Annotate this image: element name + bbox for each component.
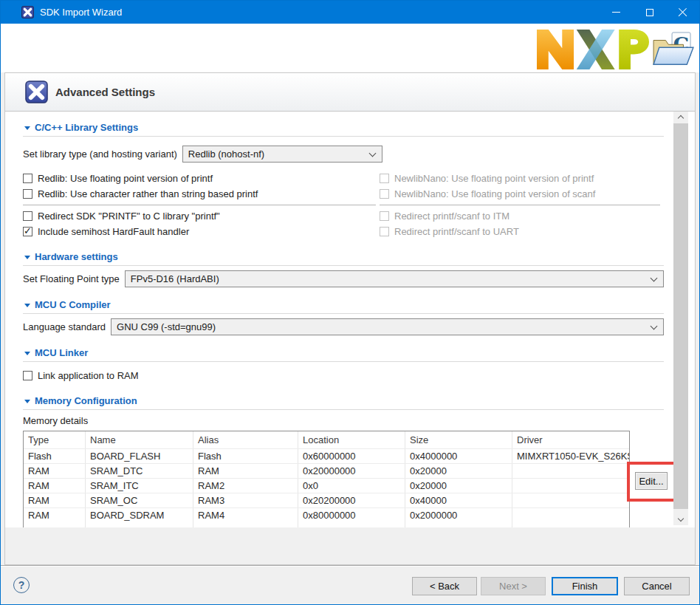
- page-header: Advanced Settings: [5, 73, 695, 112]
- minimize-icon: [612, 12, 620, 13]
- table-row[interactable]: RAM SRAM_ITC RAM2 0x0 0x20000: [24, 479, 629, 493]
- finish-button[interactable]: Finish: [552, 577, 618, 595]
- cell-size: 0x20000: [405, 479, 512, 493]
- cell-alias: RAM3: [193, 493, 298, 507]
- checkbox-label: NewlibNano: Use floating point version o…: [394, 188, 595, 199]
- cell-location: 0x60000000: [298, 449, 405, 463]
- cell-name: SRAM_OC: [86, 493, 193, 507]
- help-button[interactable]: ?: [13, 577, 30, 593]
- checkbox[interactable]: [23, 174, 32, 183]
- checkbox[interactable]: [380, 174, 389, 183]
- scroll-down-button[interactable]: [673, 514, 688, 525]
- column-header[interactable]: Type: [24, 431, 86, 448]
- column-header[interactable]: Location: [298, 431, 405, 448]
- cell-alias: RAM: [193, 464, 298, 478]
- checkbox-row[interactable]: Link application to RAM: [23, 368, 695, 383]
- scroll-up-button[interactable]: [673, 112, 688, 123]
- cell-name: SRAM_ITC: [86, 479, 193, 493]
- chevron-down-icon: [368, 150, 376, 157]
- sdk-import-wizard-window: SDK Import Wizard: [0, 0, 700, 605]
- section-title: Memory Configuration: [35, 395, 137, 406]
- button-bar: ? < Back Next > Finish Cancel: [1, 565, 699, 604]
- library-type-combobox[interactable]: Redlib (nohost-nf): [182, 146, 382, 163]
- checkbox-row[interactable]: NewlibNano: Use floating point version o…: [380, 186, 664, 202]
- table-row[interactable]: RAM BOARD_SDRAM RAM4 0x80000000 0x200000…: [24, 508, 629, 522]
- checkbox[interactable]: [380, 227, 389, 236]
- memory-table-header: Type Name Alias Location Size Driver: [24, 431, 629, 449]
- minimize-button[interactable]: [600, 1, 633, 24]
- checkbox[interactable]: [380, 189, 389, 199]
- checkbox[interactable]: [23, 371, 32, 380]
- settings-content: C/C++ Library Settings Set library type …: [5, 112, 695, 527]
- language-standard-label: Language standard: [23, 321, 106, 332]
- cell-alias: RAM4: [193, 508, 298, 522]
- checkbox-row[interactable]: Redirect printf/scanf to ITM: [380, 208, 664, 224]
- cell-location: 0x0: [298, 479, 405, 493]
- mcuxpresso-icon: [25, 81, 48, 103]
- checkbox[interactable]: [23, 211, 32, 221]
- cell-name: BOARD_FLASH: [86, 449, 193, 463]
- back-button[interactable]: < Back: [412, 577, 477, 595]
- checkbox[interactable]: [380, 211, 389, 221]
- chevron-down-icon: [678, 516, 684, 522]
- memory-table: Type Name Alias Location Size Driver: [23, 431, 630, 527]
- cell-alias: RAM2: [193, 479, 298, 493]
- scrollbar-thumb[interactable]: [673, 123, 688, 509]
- floating-point-combobox[interactable]: FPv5-D16 (HardABI): [125, 270, 664, 287]
- chevron-down-icon: [651, 275, 658, 282]
- section-title: C/C++ Library Settings: [35, 122, 138, 133]
- column-header[interactable]: Alias: [193, 431, 298, 448]
- collapse-triangle-icon: [24, 352, 30, 355]
- checkbox-row[interactable]: Include semihost HardFault handler: [23, 224, 380, 239]
- section-mcu-linker[interactable]: MCU Linker: [23, 346, 664, 362]
- checkbox-label: Redirect printf/scanf to UART: [394, 226, 519, 237]
- collapse-triangle-icon: [24, 256, 30, 259]
- collapse-triangle-icon: [24, 126, 30, 130]
- cell-driver: [512, 464, 629, 478]
- cell-type: RAM: [24, 479, 86, 493]
- cell-driver: MIMXRT1050-EVK_S26KS5...: [512, 449, 629, 463]
- checkbox-row[interactable]: Redlib: Use floating point version of pr…: [23, 171, 380, 186]
- section-mcu-c-compiler[interactable]: MCU C Compiler: [23, 298, 664, 314]
- cell-driver: [512, 508, 629, 522]
- cell-type: RAM: [24, 508, 86, 522]
- cancel-button[interactable]: Cancel: [624, 577, 690, 595]
- chevron-up-icon: [678, 115, 684, 121]
- column-header[interactable]: Name: [86, 431, 193, 448]
- cell-name: BOARD_SDRAM: [86, 508, 193, 522]
- app-icon: [21, 6, 34, 18]
- checkbox[interactable]: [23, 189, 32, 199]
- checkbox-label: Include semihost HardFault handler: [38, 226, 189, 237]
- frame-filler: [5, 527, 695, 564]
- section-hardware-settings[interactable]: Hardware settings: [23, 250, 664, 266]
- next-button[interactable]: Next >: [481, 577, 546, 595]
- maximize-button[interactable]: [633, 1, 666, 24]
- checkbox-row[interactable]: Redlib: Use character rather than string…: [23, 186, 380, 202]
- column-header[interactable]: Size: [405, 431, 512, 448]
- close-button[interactable]: [666, 1, 699, 24]
- cell-type: RAM: [24, 464, 86, 478]
- checkbox-row[interactable]: NewlibNano: Use floating point version o…: [380, 171, 664, 186]
- checkbox-row[interactable]: Redirect printf/scanf to UART: [380, 224, 664, 239]
- collapse-triangle-icon: [24, 304, 30, 307]
- column-header[interactable]: Driver: [512, 431, 629, 448]
- edit-button[interactable]: Edit...: [635, 472, 668, 490]
- section-title: MCU C Compiler: [35, 299, 111, 310]
- section-memory-configuration[interactable]: Memory Configuration: [23, 394, 664, 410]
- table-row[interactable]: RAM SRAM_DTC RAM 0x20000000 0x20000: [24, 464, 629, 479]
- cell-driver: [512, 479, 629, 493]
- checkbox[interactable]: [23, 227, 32, 236]
- table-row[interactable]: Flash BOARD_FLASH Flash 0x60000000 0x400…: [24, 449, 629, 464]
- group-divider: [23, 205, 376, 205]
- checkbox-row[interactable]: Redirect SDK "PRINTF" to C library "prin…: [23, 208, 380, 224]
- table-row[interactable]: RAM SRAM_OC RAM3 0x20200000 0x40000: [24, 493, 629, 508]
- language-standard-combobox[interactable]: GNU C99 (-std=gnu99): [111, 318, 664, 335]
- checkbox-label: Link application to RAM: [38, 370, 139, 381]
- nxp-logo: [537, 29, 649, 70]
- section-library-settings[interactable]: C/C++ Library Settings: [23, 120, 664, 137]
- library-type-value: Redlib (nohost-nf): [188, 148, 264, 160]
- cell-size: 0x20000: [405, 464, 512, 478]
- vertical-scrollbar[interactable]: [673, 112, 688, 525]
- floating-point-label: Set Floating Point type: [23, 273, 120, 284]
- checkbox-label: Redlib: Use character rather than string…: [38, 188, 258, 199]
